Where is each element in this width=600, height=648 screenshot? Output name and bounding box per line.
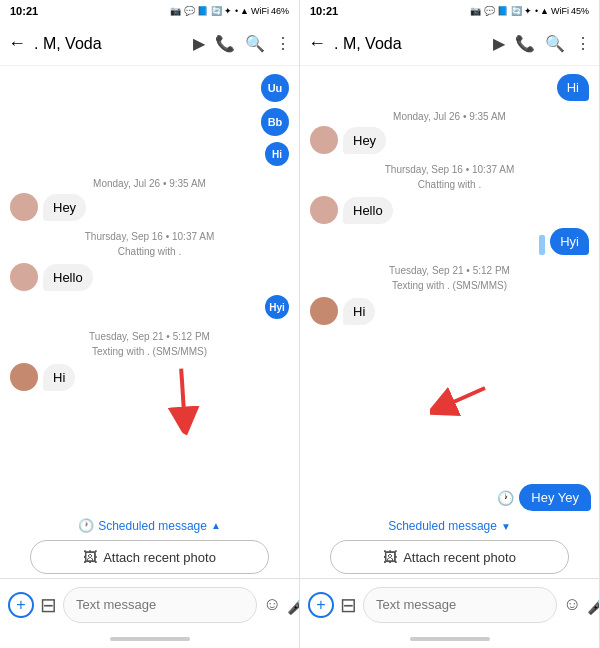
bubble-hey-right: Hey [343,127,386,154]
mic-icon-right[interactable]: 🎤 [587,594,600,616]
video-icon-right[interactable]: ▶ [493,34,505,53]
bubble-hello-right: Hello [343,197,393,224]
attach-label-left: Attach recent photo [103,550,216,565]
avatar-received-right-2 [310,196,338,224]
avatar-hi-sent: Hi [265,142,289,166]
signal-left: ▲ [240,6,249,16]
status-icons-left: 📷 💬 📘 🔄 ✦ • ▲ WiFi 46% [170,6,289,16]
gallery-icon-right[interactable]: ⊟ [340,593,357,617]
emoji-icon-left[interactable]: ☺ [263,594,281,615]
date-sep16-right: Thursday, Sep 16 • 10:37 AM [310,164,589,175]
top-icons-left: ▶ 📞 🔍 ⋮ [193,34,291,53]
scheduled-label-right: Scheduled message [388,519,497,533]
avatar-uu: Uu [261,74,289,102]
bottom-bar-right: + ⊟ ☺ 🎤 [300,578,599,630]
bubble-hi-left: Hi [43,364,75,391]
photo-icon-left: 🖼 [83,549,97,565]
avatar-bb: Bb [261,108,289,136]
message-input-right[interactable] [363,587,557,623]
contact-name-right: . M, Voda [334,35,493,53]
msg-hello-row-right: Hello [310,196,589,224]
nav-pill-right [410,637,490,641]
scheduled-preview-right: 🕐 Hey Yey [300,480,599,513]
msg-hello-row-left: Hello [10,263,289,291]
msg-hyi-row-right: Hyi [310,228,589,255]
contact-name-left: . M, Voda [34,35,193,53]
chevron-icon-right: ▼ [501,521,511,532]
more-icon-left[interactable]: ⋮ [275,34,291,53]
bubble-hey-left: Hey [43,194,86,221]
status-bar-right: 10:21 📷 💬 📘 🔄 ✦ • ▲ WiFi 45% [300,0,599,22]
scheduled-bar-right[interactable]: Scheduled message ▼ [300,513,599,536]
avatar-received-right-1 [310,126,338,154]
clock-icon-left: 🕐 [78,518,94,533]
notification-icons-right: 📷 💬 📘 🔄 ✦ • [470,6,538,16]
add-icon-right[interactable]: + [308,592,334,618]
phone-icon-right[interactable]: 📞 [515,34,535,53]
avatar-received-left-2 [10,263,38,291]
date-jul26-left: Monday, Jul 26 • 9:35 AM [10,178,289,189]
date-sep16-left: Thursday, Sep 16 • 10:37 AM [10,231,289,242]
avatar-received-left-1 [10,193,38,221]
attach-label-right: Attach recent photo [403,550,516,565]
status-icons-right: 📷 💬 📘 🔄 ✦ • ▲ WiFi 45% [470,6,589,16]
nav-bar-right [300,630,599,648]
emoji-icon-right[interactable]: ☺ [563,594,581,615]
msg-bb: Bb [10,108,289,138]
hey-yey-bubble: Hey Yey [519,484,591,511]
battery-text-right: 45% [571,6,589,16]
notification-icons-left: 📷 💬 📘 🔄 ✦ • [170,6,238,16]
msg-hi-row-right: Hi [310,297,589,325]
msg-uu: Uu [10,74,289,104]
gallery-icon-left[interactable]: ⊟ [40,593,57,617]
chat-area-left: Uu Bb Hi Monday, Jul 26 • 9:35 AM Hey Th… [0,66,299,512]
nav-bar-left [0,630,299,648]
msg-hey-row-left: Hey [10,193,289,221]
date-sep21-left: Tuesday, Sep 21 • 5:12 PM [10,331,289,342]
battery-text-left: 46% [271,6,289,16]
bubble-hyi-right: Hyi [550,228,589,255]
clock-preview-right: 🕐 [497,490,514,506]
nav-pill-left [110,637,190,641]
sub-texting-right: Texting with . (SMS/MMS) [310,280,589,291]
add-icon-left[interactable]: + [8,592,34,618]
status-time-right: 10:21 [310,5,338,17]
msg-hi-blue: Hi [10,142,289,168]
avatar-received-right-3 [310,297,338,325]
msg-hi-row-left: Hi [10,363,289,391]
mic-icon-left[interactable]: 🎤 [287,594,300,616]
top-bar-right: ← . M, Voda ▶ 📞 🔍 ⋮ [300,22,599,66]
bubble-hello-left: Hello [43,264,93,291]
search-icon-left[interactable]: 🔍 [245,34,265,53]
back-button-right[interactable]: ← [308,33,326,54]
more-icon-right[interactable]: ⋮ [575,34,591,53]
date-jul26-right: Monday, Jul 26 • 9:35 AM [310,111,589,122]
photo-icon-right: 🖼 [383,549,397,565]
chevron-icon-left: ▲ [211,520,221,531]
scheduled-label-left: Scheduled message [98,519,207,533]
search-icon-right[interactable]: 🔍 [545,34,565,53]
status-bar-left: 10:21 📷 💬 📘 🔄 ✦ • ▲ WiFi 46% [0,0,299,22]
avatar-received-left-3 [10,363,38,391]
bubble-hi-right: Hi [343,298,375,325]
back-button-left[interactable]: ← [8,33,26,54]
top-bar-left: ← . M, Voda ▶ 📞 🔍 ⋮ [0,22,299,66]
date-sep21-right: Tuesday, Sep 21 • 5:12 PM [310,265,589,276]
msg-hey-row-right: Hey [310,126,589,154]
wifi-right: WiFi [551,6,569,16]
bottom-bar-left: + ⊟ ☺ 🎤 [0,578,299,630]
message-input-left[interactable] [63,587,257,623]
attach-photo-btn-left[interactable]: 🖼 Attach recent photo [30,540,269,574]
video-icon-left[interactable]: ▶ [193,34,205,53]
chat-area-right: Hi Monday, Jul 26 • 9:35 AM Hey Thursday… [300,66,599,480]
phone-icon-left[interactable]: 📞 [215,34,235,53]
bubble-hi-top-right: Hi [557,74,589,101]
screen-right: 10:21 📷 💬 📘 🔄 ✦ • ▲ WiFi 45% ← . M, Voda… [300,0,600,648]
sub-texting-left: Texting with . (SMS/MMS) [10,346,289,357]
status-time-left: 10:21 [10,5,38,17]
screen-left: 10:21 📷 💬 📘 🔄 ✦ • ▲ WiFi 46% ← . M, Voda… [0,0,300,648]
scheduled-bar-left[interactable]: 🕐 Scheduled message ▲ [0,512,299,536]
msg-hi-top-right: Hi [310,74,589,101]
attach-photo-btn-right[interactable]: 🖼 Attach recent photo [330,540,569,574]
hyi-indicator [539,235,545,255]
